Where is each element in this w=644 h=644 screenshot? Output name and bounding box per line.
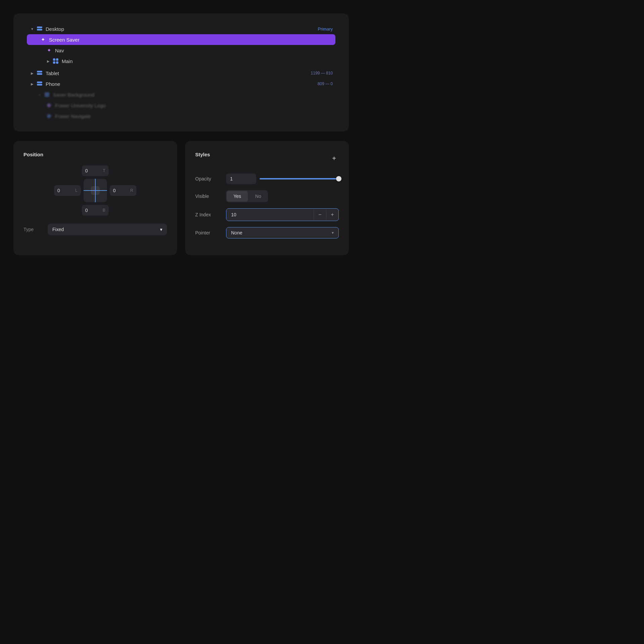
desktop-label: Desktop	[46, 26, 318, 32]
layer-main[interactable]: ▶ Main	[27, 56, 335, 66]
zindex-row: Z Index 10 − +	[195, 208, 339, 221]
expand-arrow-tablet[interactable]: ▶	[30, 70, 35, 76]
opacity-row: Opacity 1	[195, 173, 339, 184]
bottom-input[interactable]: 0 B	[82, 205, 109, 216]
screen-saver-icon: ✦	[40, 36, 46, 43]
layer-tablet[interactable]: ▶ Tablet 1199 — 810	[27, 68, 335, 78]
crosshair-v	[95, 179, 96, 202]
layers-panel: ▼ Desktop Primary ✦ Screen Saver ✦ Nav ▶	[13, 13, 349, 131]
right-label: R	[130, 188, 133, 193]
layer-desktop[interactable]: ▼ Desktop Primary	[27, 23, 335, 34]
layer-saver-bg: ▾ Saver Background	[27, 89, 335, 100]
opacity-input[interactable]: 1	[226, 173, 256, 184]
layer-nav[interactable]: ✦ Nav	[27, 45, 335, 56]
bottom-row: 0 B	[82, 205, 109, 216]
type-row: Type Fixed ▾	[23, 224, 167, 235]
position-title: Position	[23, 152, 167, 157]
phone-label: Phone	[46, 81, 318, 87]
expand-arrow-phone[interactable]: ▶	[30, 81, 35, 87]
type-label: Type	[23, 227, 44, 232]
position-grid: 0 T 0 L 0 R	[23, 165, 167, 216]
zindex-control[interactable]: 10 − +	[226, 208, 339, 221]
type-value: Fixed	[52, 227, 64, 232]
expand-arrow-main[interactable]: ▶	[46, 58, 51, 64]
fraser-logo-label: Fraser University Logo	[55, 103, 333, 108]
top-row: 0 T	[82, 165, 109, 176]
left-value: 0	[57, 188, 60, 193]
zindex-increment-button[interactable]: +	[326, 209, 338, 221]
opacity-slider-track[interactable]	[260, 178, 339, 179]
pointer-arrow-icon: ▾	[332, 230, 334, 235]
position-center-widget[interactable]	[84, 179, 107, 202]
type-select[interactable]: Fixed ▾	[48, 224, 167, 235]
visible-no-button[interactable]: No	[249, 190, 268, 202]
collapse-arrow-desktop[interactable]: ▼	[30, 26, 35, 32]
styles-panel: Styles + Opacity 1 Visible Yes N	[185, 141, 349, 255]
zindex-label: Z Index	[195, 212, 222, 217]
visible-row: Visible Yes No	[195, 190, 339, 202]
bottom-value: 0	[85, 208, 88, 213]
visible-control: Yes No	[226, 190, 339, 202]
layer-phone[interactable]: ▶ Phone 809 — 0	[27, 78, 335, 89]
pointer-select[interactable]: None ▾	[226, 227, 339, 238]
saver-bg-label: Saver Background	[53, 92, 333, 98]
desktop-icon	[36, 25, 43, 32]
fourstar-white-icon: ✦	[41, 37, 45, 43]
position-panel: Position 0 T 0 L	[13, 141, 177, 255]
top-label: T	[103, 168, 105, 173]
layer-fraser-nav: Fraser Navigate	[27, 111, 335, 121]
type-arrow-icon: ▾	[160, 227, 162, 232]
visible-yes-button[interactable]: Yes	[227, 191, 248, 202]
fraser-logo-icon	[46, 102, 52, 109]
nav-label: Nav	[55, 48, 333, 53]
left-label: L	[75, 188, 77, 193]
styles-title: Styles	[195, 152, 210, 157]
visible-toggle-group: Yes No	[226, 190, 268, 202]
nav-icon: ✦	[46, 47, 52, 54]
right-value: 0	[113, 188, 116, 193]
tablet-icon	[36, 70, 43, 76]
middle-row: 0 L 0 R	[54, 179, 137, 202]
main-label: Main	[62, 58, 333, 64]
phone-badge: 809 — 0	[318, 82, 333, 86]
zindex-decrement-button[interactable]: −	[314, 209, 326, 221]
desktop-primary-badge: Primary	[318, 26, 333, 32]
layer-screen-saver[interactable]: ✦ Screen Saver	[27, 34, 335, 45]
phone-icon	[36, 80, 43, 87]
left-input[interactable]: 0 L	[54, 185, 81, 196]
tablet-badge: 1199 — 810	[311, 71, 333, 75]
pointer-value: None	[231, 230, 332, 235]
zindex-value[interactable]: 10	[226, 209, 314, 220]
expand-arrow-saver-bg: ▾	[37, 92, 42, 97]
top-input[interactable]: 0 T	[82, 165, 109, 176]
layer-fraser-logo: Fraser University Logo	[27, 100, 335, 111]
visible-label: Visible	[195, 194, 222, 199]
styles-header: Styles +	[195, 152, 339, 165]
opacity-control: 1	[226, 173, 339, 184]
opacity-label: Opacity	[195, 176, 222, 181]
pointer-label: Pointer	[195, 230, 222, 235]
screen-saver-label: Screen Saver	[49, 37, 333, 43]
opacity-slider-fill	[260, 178, 339, 179]
tablet-label: Tablet	[46, 70, 311, 76]
right-input[interactable]: 0 R	[110, 185, 137, 196]
bottom-panels: Position 0 T 0 L	[13, 141, 349, 255]
pointer-row: Pointer None ▾	[195, 227, 339, 238]
opacity-value: 1	[230, 176, 233, 181]
saver-bg-icon	[44, 91, 50, 98]
pointer-control-wrap: None ▾	[226, 227, 339, 238]
opacity-slider-thumb[interactable]	[336, 176, 341, 181]
add-style-button[interactable]: +	[329, 154, 339, 163]
fourstar-purple-icon: ✦	[47, 47, 51, 53]
top-value: 0	[85, 168, 88, 173]
main-icon	[52, 58, 59, 64]
fraser-nav-label: Fraser Navigate	[55, 113, 333, 119]
zindex-control-wrap: 10 − +	[226, 208, 339, 221]
fraser-nav-icon	[46, 113, 52, 119]
bottom-label: B	[103, 208, 105, 213]
